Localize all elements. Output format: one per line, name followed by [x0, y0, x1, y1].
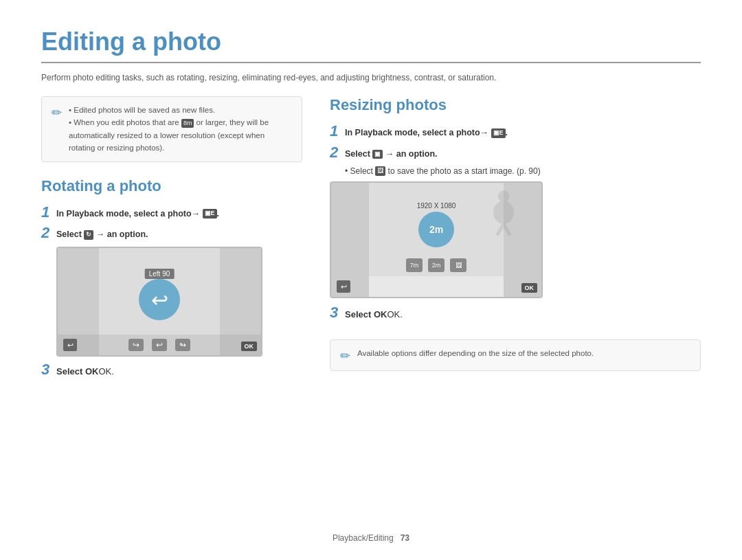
- rotate-step-2: 2 Select ↻ → an option.: [41, 225, 302, 241]
- rotate-section-title: Rotating a photo: [41, 177, 302, 195]
- toolbar-right-icon: ↪: [128, 339, 144, 351]
- note-icon: ✏: [52, 105, 62, 120]
- note-item-2: When you edit photos that are 8m or larg…: [69, 116, 292, 154]
- resize-preview-box: 1920 X 1080 2m 7m 2m 🖼 ↩ OK: [330, 181, 543, 298]
- page-subtitle: Perform photo editing tasks, such as rot…: [41, 73, 701, 82]
- rotate-step2-text: Select ↻ → an option.: [56, 225, 148, 241]
- resize-step-2: 2 Select ▣ → an option.: [330, 145, 701, 161]
- toolbar-left-icon: ↬: [175, 339, 190, 351]
- resize-ok-btn[interactable]: OK: [521, 283, 538, 293]
- rotate-ok-btn[interactable]: OK: [241, 341, 258, 351]
- rotate-step2-num: 2: [41, 225, 52, 240]
- rotate-circle: ↩: [139, 279, 180, 320]
- footer-page-num: 73: [401, 533, 409, 543]
- note-text: Edited photos will be saved as new files…: [69, 104, 292, 155]
- resize-note-icon: ✏: [340, 348, 350, 363]
- res-icon-2: 2m: [428, 258, 445, 272]
- resize-section-title: Resizing photos: [330, 96, 701, 114]
- rotate-step-1: 1 In Playback mode, select a photo→ ▣E.: [41, 205, 302, 221]
- rotate-step3-num: 3: [41, 362, 52, 377]
- toolbar-rotate-icon: ↩: [152, 339, 167, 351]
- resize-step1-text: In Playback mode, select a photo→ ▣E.: [345, 124, 508, 139]
- resize-step-3: 3 Select OKOK.: [330, 305, 701, 330]
- resize-step3-num: 3: [330, 305, 341, 320]
- footer-section: Playback/Editing: [333, 533, 394, 543]
- rotate-step1-text: In Playback mode, select a photo→ ▣E.: [56, 205, 219, 221]
- resize-note-text: Available options differ depending on th…: [357, 347, 594, 359]
- svg-line-3: [504, 224, 509, 234]
- size-icon: 8m: [181, 119, 194, 128]
- rotate-preview-box: Left 90 ↩ ↪ ↩ ↬ ↩ OK: [56, 247, 262, 357]
- note-box: ✏ Edited photos will be saved as new fil…: [41, 96, 302, 162]
- content-columns: ✏ Edited photos will be saved as new fil…: [41, 96, 701, 392]
- resize-circle: 2m: [418, 212, 454, 247]
- resize-ok-label: OK: [374, 309, 387, 320]
- page-footer: Playback/Editing 73: [0, 533, 742, 543]
- resize-step-1: 1 In Playback mode, select a photo→ ▣E.: [330, 124, 701, 139]
- rotate-back-btn[interactable]: ↩: [63, 339, 77, 351]
- resize-step2-num: 2: [330, 145, 341, 160]
- rotate-arrow-icon: ↩: [151, 288, 168, 312]
- rotate-step-3: 3 Select OKOK.: [41, 362, 302, 387]
- resize-icons-row: 7m 2m 🖼: [406, 258, 466, 272]
- resize-step1-num: 1: [330, 124, 341, 139]
- rotate-icon: ↻: [84, 230, 93, 240]
- svg-point-1: [493, 201, 514, 224]
- rotate-ok-label: OK: [85, 366, 99, 377]
- resize-playback-icon: ▣E: [491, 128, 506, 138]
- page-title: Editing a photo: [41, 27, 701, 63]
- rotate-label: Left 90: [145, 269, 175, 279]
- svg-point-0: [498, 191, 510, 203]
- playback-edit-icon: ▣E: [203, 209, 217, 219]
- rotate-toolbar: ↪ ↩ ↬: [58, 335, 261, 355]
- resize-note-box: ✏ Available options differ depending on …: [330, 339, 701, 371]
- resize-size-label: 2m: [429, 224, 443, 235]
- resize-step2-text: Select ▣ → an option.: [345, 145, 438, 161]
- page-container: Editing a photo Perform photo editing ta…: [0, 0, 742, 560]
- right-column: Resizing photos 1 In Playback mode, sele…: [330, 96, 701, 392]
- resize-sub-step: • Select 🖼 to save the photo as a start …: [330, 166, 701, 177]
- res-icon-1: 7m: [406, 258, 423, 272]
- resize-select-icon: ▣: [372, 150, 383, 159]
- person-silhouette: [486, 188, 521, 236]
- resize-back-btn[interactable]: ↩: [337, 280, 350, 293]
- resize-resolution: 1920 X 1080: [417, 202, 456, 210]
- left-column: ✏ Edited photos will be saved as new fil…: [41, 96, 302, 392]
- rotate-step1-num: 1: [41, 205, 52, 220]
- resize-step3-text: Select OKOK.: [345, 305, 403, 322]
- rotate-step3-text: Select OKOK.: [56, 362, 114, 379]
- note-item-1: Edited photos will be saved as new files…: [69, 104, 292, 116]
- start-image-icon: 🖼: [375, 166, 385, 176]
- res-icon-3: 🖼: [450, 258, 466, 272]
